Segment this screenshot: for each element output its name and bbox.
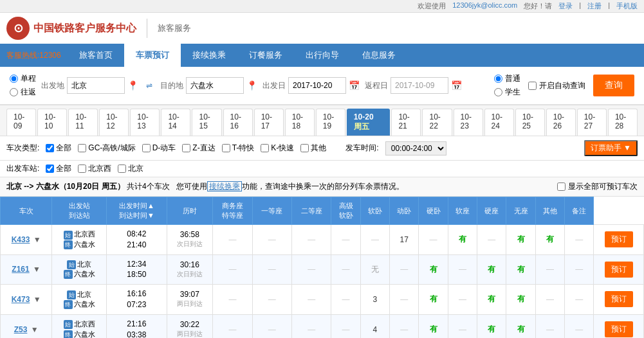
- yingwo-cell[interactable]: 有: [419, 314, 448, 338]
- train-num-cell: Z161 ▼: [1, 254, 52, 285]
- wuzuo-cell[interactable]: 有: [506, 225, 535, 255]
- yideng-cell: —: [252, 314, 291, 338]
- time-cell: 16:1607:23: [107, 285, 167, 315]
- transfer-link[interactable]: 接续换乘: [207, 181, 242, 191]
- yingzuo-cell[interactable]: 有: [477, 254, 506, 285]
- date-tab-1015[interactable]: 10-15: [192, 109, 221, 136]
- single-trip-radio[interactable]: 单程: [10, 73, 36, 84]
- nav-dining[interactable]: 订餐服务: [237, 44, 294, 67]
- train-expand-icon[interactable]: ▼: [33, 265, 41, 274]
- nav-passenger-home[interactable]: 旅客首页: [68, 44, 124, 67]
- type-gc[interactable]: GC-高铁/城际: [78, 143, 135, 154]
- date-tab-1009[interactable]: 10-09: [6, 109, 36, 136]
- to-input[interactable]: [186, 77, 244, 94]
- book-button[interactable]: 预订: [605, 321, 633, 337]
- auto-query-checkbox[interactable]: 开启自动查询: [528, 80, 585, 91]
- train-num-link[interactable]: Z161: [12, 265, 29, 274]
- ruanwo-cell[interactable]: 3: [360, 285, 389, 315]
- to-location-icon[interactable]: 📍: [246, 80, 257, 91]
- yingwo-cell[interactable]: 有: [419, 254, 448, 285]
- date-tab-1014[interactable]: 10-14: [161, 109, 190, 136]
- to-station-icon: 终: [64, 240, 73, 249]
- return-date-input[interactable]: [391, 77, 448, 94]
- round-trip-radio[interactable]: 往返: [10, 87, 36, 98]
- transfer-notice: 您可使用接续换乘功能，查询途中换乘一次的部分列车余票情况。: [176, 181, 404, 192]
- duration-cell: 39:07两日到达: [167, 285, 213, 315]
- wuzuo-cell[interactable]: 有: [506, 314, 535, 338]
- book-helper-button[interactable]: 订票助手 ▼: [584, 140, 638, 156]
- station-all[interactable]: 全部: [46, 163, 71, 174]
- station-beijing[interactable]: 北京: [118, 163, 143, 174]
- type-d[interactable]: D-动车: [142, 143, 176, 154]
- date-tab-1013[interactable]: 10-13: [130, 109, 160, 136]
- train-num-link[interactable]: Z53: [14, 325, 28, 334]
- date-tab-1020[interactable]: 10-20 周五: [347, 109, 391, 136]
- wuzuo-cell[interactable]: 有: [506, 254, 535, 285]
- from-location-icon[interactable]: 📍: [127, 80, 138, 91]
- date-tab-1012[interactable]: 10-12: [99, 109, 129, 136]
- type-all[interactable]: 全部: [46, 143, 71, 154]
- date-tab-1025[interactable]: 10-25: [515, 109, 545, 136]
- date-tab-1021[interactable]: 10-21: [391, 109, 421, 136]
- dongwo-cell[interactable]: 17: [390, 225, 419, 255]
- depart-calendar-icon[interactable]: 📅: [349, 80, 360, 91]
- station-beijing-west[interactable]: 北京西: [78, 163, 111, 174]
- date-tab-1023[interactable]: 10-23: [454, 109, 483, 136]
- search-button[interactable]: 查询: [593, 75, 634, 96]
- train-expand-icon[interactable]: ▼: [31, 325, 39, 334]
- shangwu-cell: —: [213, 225, 252, 255]
- search-bar: 单程 往返 出发地 📍 ⇌ 目的地 📍 出发日 📅 返程日 📅 普通 学生: [0, 67, 644, 105]
- depart-time-select[interactable]: 00:00-24:00: [385, 141, 446, 156]
- ruanzuo-cell[interactable]: 有: [448, 225, 477, 255]
- nav-info[interactable]: 信息服务: [351, 44, 407, 67]
- type-k[interactable]: K-快速: [261, 143, 294, 154]
- return-calendar-icon[interactable]: 📅: [451, 80, 462, 91]
- from-input[interactable]: [67, 77, 125, 94]
- nav-ticket-booking[interactable]: 车票预订: [124, 44, 181, 67]
- type-other[interactable]: 其他: [300, 143, 326, 154]
- date-tab-1024[interactable]: 10-24: [484, 109, 514, 136]
- table-row: K473 ▼ 始北京 终六盘水 16:1607:23 39:07两日到达 — —…: [1, 285, 644, 315]
- date-tab-1028[interactable]: 10-28: [608, 109, 638, 136]
- wuzuo-cell[interactable]: 有: [506, 285, 535, 315]
- date-tab-1022[interactable]: 10-22: [422, 109, 452, 136]
- table-row: Z161 ▼ 始北京 终六盘水 12:3418:50 30:16次日到达 — —…: [1, 254, 644, 285]
- date-tab-1026[interactable]: 10-26: [546, 109, 576, 136]
- other-cell: —: [535, 285, 564, 315]
- exchange-icon[interactable]: ⇌: [143, 81, 155, 90]
- book-button[interactable]: 预订: [605, 231, 633, 247]
- col-train-num: 车次: [1, 197, 52, 225]
- date-tab-1010[interactable]: 10-10: [37, 109, 67, 136]
- ruanwo-cell[interactable]: 无: [360, 254, 389, 285]
- other-cell[interactable]: 有: [535, 225, 564, 255]
- date-tab-1017[interactable]: 10-17: [254, 109, 284, 136]
- nav-transfer[interactable]: 接续换乘: [181, 44, 237, 67]
- type-t[interactable]: T-特快: [222, 143, 255, 154]
- table-header-row: 车次 出发站到达站 出发时间▲到达时间▼ 历时 商务座特等座 一等座 二等座 高…: [1, 197, 644, 225]
- yingzuo-cell[interactable]: 有: [477, 285, 506, 315]
- date-tab-1027[interactable]: 10-27: [577, 109, 607, 136]
- depart-time-label: 发车时间:: [345, 143, 378, 154]
- train-expand-icon[interactable]: ▼: [33, 295, 41, 304]
- train-num-link[interactable]: K433: [12, 235, 30, 244]
- train-num-link[interactable]: K473: [12, 295, 30, 304]
- ruanzuo-cell: —: [448, 254, 477, 285]
- show-all-checkbox[interactable]: [557, 182, 566, 191]
- book-button[interactable]: 预订: [605, 291, 633, 307]
- yingwo-cell[interactable]: 有: [419, 285, 448, 315]
- yingzuo-cell[interactable]: 有: [477, 314, 506, 338]
- type-z[interactable]: Z-直达: [182, 143, 215, 154]
- from-station-icon: 始: [67, 260, 76, 269]
- normal-ticket-radio[interactable]: 普通: [494, 73, 520, 84]
- date-tab-1019[interactable]: 10-19: [316, 109, 345, 136]
- date-tab-1018[interactable]: 10-18: [285, 109, 315, 136]
- ruanwo-cell[interactable]: 4: [360, 314, 389, 338]
- date-tab-1011[interactable]: 10-11: [68, 109, 98, 136]
- book-button[interactable]: 预订: [605, 262, 633, 278]
- student-ticket-radio[interactable]: 学生: [494, 87, 520, 98]
- dongwo-cell: —: [390, 314, 419, 338]
- date-tab-1016[interactable]: 10-16: [223, 109, 253, 136]
- nav-travel-guide[interactable]: 出行向导: [294, 44, 351, 67]
- train-expand-icon[interactable]: ▼: [33, 235, 41, 244]
- depart-date-input[interactable]: [288, 77, 346, 94]
